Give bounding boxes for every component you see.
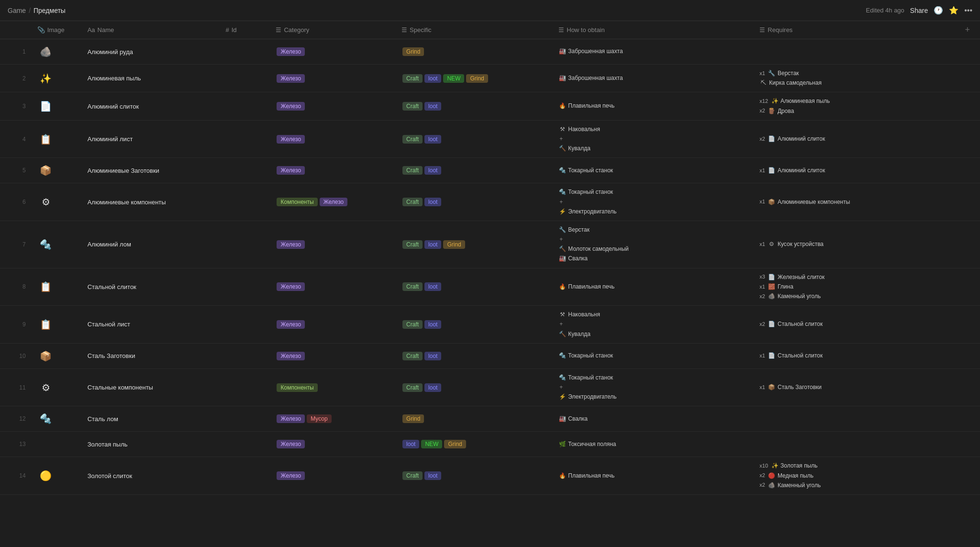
breadcrumb-sep: / [29, 7, 31, 14]
item-specific[interactable]: Craftloot [396, 120, 553, 158]
item-specific[interactable]: Craftloot [396, 368, 553, 406]
col-id[interactable]: # Id [220, 21, 270, 39]
specific-tag: Grind [444, 440, 466, 448]
add-cell [955, 92, 980, 120]
item-id[interactable] [220, 65, 270, 92]
item-category[interactable]: Компоненты [270, 368, 396, 406]
item-specific[interactable]: Grind [396, 39, 553, 65]
category-tag: Железо [277, 166, 305, 175]
col-add[interactable]: + [955, 21, 980, 39]
how-text: Молоток самодельный [568, 245, 629, 254]
item-specific[interactable]: Craftloot [396, 183, 553, 221]
item-name[interactable]: Золотая пыль [82, 432, 220, 457]
requires-text: Золотая пыль [780, 461, 817, 470]
item-id[interactable] [220, 406, 270, 432]
specific-tag: loot [424, 383, 441, 392]
item-category[interactable]: Железо [270, 158, 396, 183]
item-id[interactable] [220, 306, 270, 344]
item-specific[interactable]: Craftloot [396, 457, 553, 495]
item-name[interactable]: Стальной слиток [82, 268, 220, 306]
item-category[interactable]: Железо [270, 120, 396, 158]
history-icon[interactable]: 🕐 [934, 6, 943, 15]
item-name[interactable]: Алюминий слиток [82, 92, 220, 120]
item-id[interactable] [220, 343, 270, 368]
item-name[interactable]: Алюминий лом [82, 221, 220, 268]
item-name[interactable]: Алюминий руда [82, 39, 220, 65]
category-tag: Железо [277, 440, 305, 448]
item-id[interactable] [220, 221, 270, 268]
col-specific[interactable]: ☰ Specific [396, 21, 553, 39]
requires-line: x12✨Алюминевая пыль [759, 97, 949, 106]
item-name[interactable]: Алюминиевые компоненты [82, 183, 220, 221]
item-name[interactable]: Алюминий лист [82, 120, 220, 158]
item-specific[interactable]: CraftlootNEWGrind [396, 65, 553, 92]
item-name[interactable]: Сталь лом [82, 406, 220, 432]
page-title: Предметы [33, 7, 66, 14]
add-cell [955, 183, 980, 221]
specific-tag: loot [424, 471, 441, 480]
item-category[interactable]: ЖелезоМусор [270, 406, 396, 432]
more-options-icon[interactable]: ••• [964, 6, 972, 15]
item-category[interactable]: Железо [270, 65, 396, 92]
item-category[interactable]: Железо [270, 92, 396, 120]
item-id[interactable] [220, 183, 270, 221]
item-specific[interactable]: lootNEWGrind [396, 432, 553, 457]
col-category[interactable]: ☰ Category [270, 21, 396, 39]
requires-line: x3📄Железный слиток [759, 273, 949, 282]
item-name[interactable]: Сталь Заготовки [82, 343, 220, 368]
item-id[interactable] [220, 368, 270, 406]
game-link[interactable]: Game [8, 7, 26, 14]
item-category[interactable]: Железо [270, 306, 396, 344]
item-id[interactable] [220, 39, 270, 65]
how-line: 🔥Плавильная печь [558, 101, 748, 111]
item-category[interactable]: Железо [270, 457, 396, 495]
item-image-cell: 🔩 [32, 221, 82, 268]
item-specific[interactable]: Craftloot [396, 343, 553, 368]
item-id[interactable] [220, 92, 270, 120]
item-name[interactable]: Золотой слиток [82, 457, 220, 495]
specific-tag: loot [424, 198, 441, 206]
item-id[interactable] [220, 268, 270, 306]
item-requires: x10✨Золотая пыльx2🔴Медная пыльx2🪨Каменны… [754, 457, 955, 495]
how-line: + [558, 383, 748, 392]
plus-icon: + [559, 383, 563, 392]
item-category[interactable]: Железо [270, 221, 396, 268]
item-category[interactable]: КомпонентыЖелезо [270, 183, 396, 221]
favorite-icon[interactable]: ⭐ [949, 6, 958, 15]
item-category[interactable]: Железо [270, 432, 396, 457]
item-specific[interactable]: Grind [396, 406, 553, 432]
share-button[interactable]: Share [910, 7, 928, 14]
item-image-cell: 🪨 [32, 39, 82, 65]
item-id[interactable] [220, 432, 270, 457]
item-id[interactable] [220, 120, 270, 158]
item-id[interactable] [220, 457, 270, 495]
col-name[interactable]: Aa Name [82, 21, 220, 39]
item-image: ⚙ [37, 193, 55, 211]
how-icon: ⚒ [558, 125, 566, 133]
col-requires[interactable]: ☰ Requires [754, 21, 955, 39]
item-name[interactable]: Стальные компоненты [82, 368, 220, 406]
item-name[interactable]: Стальной лист [82, 306, 220, 344]
item-id[interactable] [220, 158, 270, 183]
col-image[interactable]: 📎 Image [32, 21, 82, 39]
requires-icon: ✨ [771, 462, 779, 470]
item-name[interactable]: Алюминевая пыль [82, 65, 220, 92]
item-specific[interactable]: CraftlootGrind [396, 221, 553, 268]
item-category[interactable]: Железо [270, 39, 396, 65]
requires-icon: 🪨 [768, 481, 776, 489]
how-line: + [558, 134, 748, 144]
add-column-button[interactable]: + [960, 25, 974, 35]
col-how-to-obtain[interactable]: ☰ How to obtain [553, 21, 754, 39]
table-row: 4📋Алюминий листЖелезоCraftloot⚒Наковальн… [0, 120, 980, 158]
item-specific[interactable]: Craftloot [396, 268, 553, 306]
requires-text: Стальной слиток [778, 320, 823, 329]
specific-tag: Craft [402, 282, 423, 291]
item-specific[interactable]: Craftloot [396, 158, 553, 183]
item-category[interactable]: Железо [270, 268, 396, 306]
item-name[interactable]: Алюминиевые Заготовки [82, 158, 220, 183]
item-image-cell: 📋 [32, 120, 82, 158]
item-category[interactable]: Железо [270, 343, 396, 368]
item-specific[interactable]: Craftloot [396, 306, 553, 344]
name-col-icon: Aa [88, 26, 95, 33]
item-specific[interactable]: Craftloot [396, 92, 553, 120]
